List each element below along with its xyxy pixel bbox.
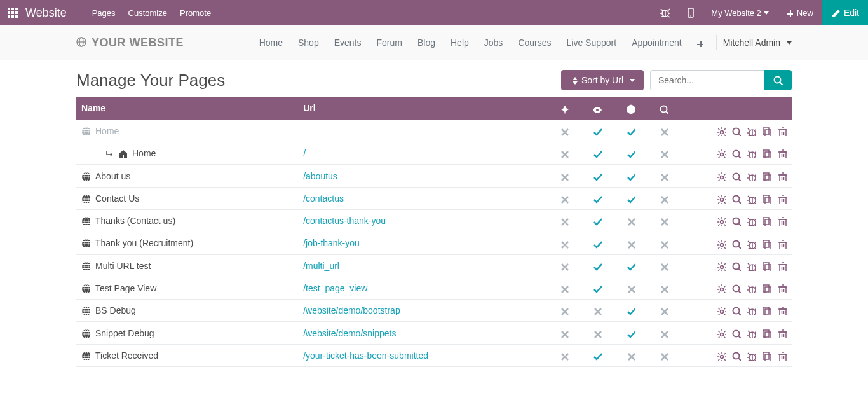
settings-icon[interactable] xyxy=(717,328,726,338)
search-icon[interactable] xyxy=(732,261,741,271)
delete-icon[interactable] xyxy=(778,193,787,204)
delete-icon[interactable] xyxy=(778,261,787,271)
bug-icon[interactable] xyxy=(747,328,756,338)
clone-icon[interactable] xyxy=(763,170,771,181)
nav-live-support[interactable]: Live Support xyxy=(559,38,625,48)
nav-courses[interactable]: Courses xyxy=(510,38,559,48)
delete-icon[interactable] xyxy=(778,126,787,136)
settings-icon[interactable] xyxy=(717,193,726,204)
menu-pages[interactable]: Pages xyxy=(86,8,122,18)
col-indexed[interactable] xyxy=(648,97,681,120)
settings-icon[interactable] xyxy=(717,238,726,248)
settings-icon[interactable] xyxy=(717,261,726,271)
bug-icon[interactable] xyxy=(747,238,756,248)
apps-menu-icon[interactable] xyxy=(0,8,25,18)
bug-icon[interactable] xyxy=(747,193,756,204)
delete-icon[interactable] xyxy=(778,305,787,315)
search-icon[interactable] xyxy=(732,350,741,361)
clone-icon[interactable] xyxy=(763,305,771,315)
edit-button[interactable]: Edit xyxy=(822,0,868,25)
menu-customize[interactable]: Customize xyxy=(122,8,173,18)
clone-icon[interactable] xyxy=(763,261,771,271)
delete-icon[interactable] xyxy=(778,170,787,181)
app-brand[interactable]: Website xyxy=(25,6,86,20)
search-icon[interactable] xyxy=(732,126,741,136)
search-input[interactable] xyxy=(650,70,764,90)
website-selector[interactable]: My Website 2 xyxy=(703,0,776,25)
nav-appointment[interactable]: Appointment xyxy=(624,38,689,48)
settings-icon[interactable] xyxy=(717,350,726,361)
search-icon[interactable] xyxy=(732,216,741,226)
search-icon[interactable] xyxy=(732,148,741,158)
delete-icon[interactable] xyxy=(778,350,787,361)
nav-help[interactable]: Help xyxy=(443,38,477,48)
add-menu-icon[interactable] xyxy=(689,38,710,48)
search-button[interactable] xyxy=(764,70,792,90)
search-icon[interactable] xyxy=(732,283,741,293)
page-url-link[interactable]: /website/demo/snippets xyxy=(303,328,396,338)
page-url-link[interactable]: /test_page_view xyxy=(303,283,367,293)
col-public[interactable] xyxy=(614,97,648,120)
bug-icon[interactable] xyxy=(747,350,756,361)
page-url-link[interactable]: /contactus-thank-you xyxy=(303,216,386,226)
check-icon xyxy=(593,126,602,136)
page-url-link[interactable]: /contactus xyxy=(303,193,344,204)
bug-icon[interactable] xyxy=(747,126,756,136)
delete-icon[interactable] xyxy=(778,148,787,158)
bug-icon[interactable] xyxy=(747,148,756,158)
clone-icon[interactable] xyxy=(763,328,771,338)
search-icon xyxy=(660,105,668,114)
page-url-link[interactable]: /your-ticket-has-been-submitted xyxy=(303,350,428,361)
col-url[interactable]: Url xyxy=(298,97,548,120)
col-name[interactable]: Name xyxy=(76,97,298,120)
search-icon[interactable] xyxy=(732,193,741,204)
bug-icon[interactable] xyxy=(747,216,756,226)
search-icon[interactable] xyxy=(732,305,741,315)
nav-jobs[interactable]: Jobs xyxy=(477,38,511,48)
col-visible[interactable] xyxy=(581,97,614,120)
page-url-link[interactable]: /job-thank-you xyxy=(303,238,360,248)
bug-icon[interactable] xyxy=(747,170,756,181)
clone-icon[interactable] xyxy=(763,238,771,248)
settings-icon[interactable] xyxy=(717,305,726,315)
col-pin[interactable] xyxy=(548,97,581,120)
nav-blog[interactable]: Blog xyxy=(410,38,443,48)
delete-icon[interactable] xyxy=(778,216,787,226)
settings-icon[interactable] xyxy=(717,283,726,293)
nav-home[interactable]: Home xyxy=(252,38,290,48)
search-icon[interactable] xyxy=(732,170,741,181)
debug-icon[interactable] xyxy=(653,0,678,25)
settings-icon[interactable] xyxy=(717,148,726,158)
mobile-preview-icon[interactable] xyxy=(678,0,703,25)
page-url-link[interactable]: /aboutus xyxy=(303,171,337,181)
settings-icon[interactable] xyxy=(717,216,726,226)
sort-button[interactable]: Sort by Url xyxy=(561,70,644,90)
settings-icon[interactable] xyxy=(717,126,726,136)
nav-forum[interactable]: Forum xyxy=(369,38,410,48)
new-button[interactable]: New xyxy=(776,0,822,25)
clone-icon[interactable] xyxy=(763,350,771,361)
delete-icon[interactable] xyxy=(778,283,787,293)
nav-events[interactable]: Events xyxy=(327,38,369,48)
nav-shop[interactable]: Shop xyxy=(290,38,327,48)
clone-icon[interactable] xyxy=(763,148,771,158)
clone-icon[interactable] xyxy=(763,193,771,204)
delete-icon[interactable] xyxy=(778,238,787,248)
clone-icon[interactable] xyxy=(763,126,771,136)
bug-icon[interactable] xyxy=(747,305,756,315)
settings-icon[interactable] xyxy=(717,170,726,181)
search-icon[interactable] xyxy=(732,238,741,248)
x-icon xyxy=(660,283,668,293)
page-url-link[interactable]: /website/demo/bootstrap xyxy=(303,305,400,315)
bug-icon[interactable] xyxy=(747,261,756,271)
user-menu[interactable]: Mitchell Admin xyxy=(723,38,792,48)
menu-promote[interactable]: Promote xyxy=(173,8,217,18)
site-logo[interactable]: YOUR WEBSITE xyxy=(76,36,184,50)
delete-icon[interactable] xyxy=(778,328,787,338)
search-icon[interactable] xyxy=(732,328,741,338)
page-url-link[interactable]: / xyxy=(303,148,306,158)
clone-icon[interactable] xyxy=(763,283,771,293)
clone-icon[interactable] xyxy=(763,216,771,226)
bug-icon[interactable] xyxy=(747,283,756,293)
page-url-link[interactable]: /multi_url xyxy=(303,261,339,271)
